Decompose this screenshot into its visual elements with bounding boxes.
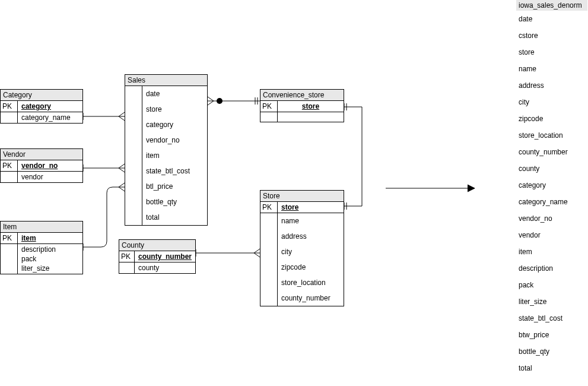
pk-row: PK vendor_no [1,160,82,172]
entity-iowa-sales-denorm: iowa_sales_denorm date cstore store name… [516,0,587,376]
pk-field: store [278,202,344,213]
field: bottle_qty [516,343,587,360]
pk-label: PK [1,160,18,172]
field: store [142,102,208,117]
field: store [516,44,587,61]
field: vendor_no [142,132,208,148]
field: date [142,86,208,102]
field: zipcode [278,260,344,275]
field-row: category_name [1,112,82,123]
entity-title: Store [260,191,344,202]
field: county_number [278,290,344,306]
field: item [516,243,587,260]
pk-label: PK [1,101,18,112]
field: address [516,77,587,94]
pk-label: PK [119,251,134,262]
pk-label: PK [1,233,18,244]
field: category [142,117,208,132]
field: date [516,11,587,27]
pk-field: vendor_no [18,160,83,172]
field: state_btl_cost [142,163,208,179]
pk-row: PK store [260,202,344,213]
pk-field: county_number [134,251,195,262]
field: category_name [516,194,587,210]
svg-point-6 [217,98,223,104]
pk-row: PK store [260,101,344,112]
field: bottle_qty [142,194,208,210]
field: btw_price [516,327,587,343]
field: name [516,61,587,77]
field: category_name [18,112,83,123]
field: vendor [516,227,587,243]
field: county_number [516,144,587,160]
pk-field: item [18,233,83,244]
field: btl_price [142,179,208,194]
field: store_location [516,127,587,144]
pk-row: PK item [1,233,82,244]
field: total [516,360,587,376]
pk-row: PK county_number [119,251,195,262]
entity-county: County PK county_number county [119,239,196,274]
field: store_location [278,275,344,290]
pk-label: PK [260,202,278,213]
field-row: vendor [1,172,82,182]
field: address [278,229,344,244]
field: description [516,260,587,277]
entity-title: Convenience_store [260,90,344,101]
field: county [134,262,195,273]
field: city [516,94,587,110]
field: pack [516,277,587,293]
field: vendor [18,172,83,182]
field: name [278,213,344,229]
pk-label: PK [260,101,278,112]
entity-convenience-store: Convenience_store PK store [260,89,344,122]
field: liter_size [516,293,587,310]
field: total [142,210,208,225]
field: item [142,148,208,163]
field: liter_size [18,264,83,274]
svg-marker-16 [468,185,475,192]
entity-sales: Sales date store category vendor_no item… [125,74,208,226]
field: category [516,177,587,194]
pk-field: category [18,101,83,112]
field: description [18,244,83,255]
field: city [278,244,344,260]
field: state_btl_cost [516,310,587,327]
field: pack [18,255,83,264]
entity-vendor: Vendor PK vendor_no vendor [0,148,83,183]
entity-title: Vendor [1,149,82,160]
entity-title: Item [1,222,82,233]
entity-title: Category [1,90,82,101]
field: vendor_no [516,210,587,227]
field: county [516,160,587,177]
entity-store: Store PK store name address city zipcode… [260,190,344,306]
pk-field: store [278,101,344,112]
field: zipcode [516,110,587,127]
entity-title: Sales [125,75,207,86]
entity-title: County [119,240,195,251]
entity-title: iowa_sales_denorm [516,0,587,11]
pk-row: PK category [1,101,82,112]
entity-category: Category PK category category_name [0,89,83,124]
field: cstore [516,27,587,44]
entity-item: Item PK item description pack liter_size [0,221,83,274]
